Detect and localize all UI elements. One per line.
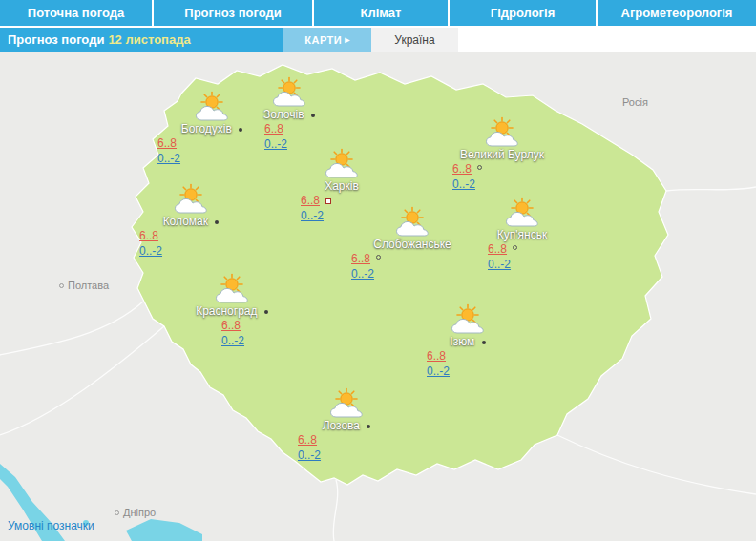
night-temp[interactable]: 0..-2 <box>301 209 324 222</box>
night-temp-row: 0..-2 <box>298 447 409 463</box>
night-temp[interactable]: 0..-2 <box>452 177 475 191</box>
station-name: Золочів <box>263 108 304 121</box>
oblast-border-line <box>557 435 756 494</box>
station-name-row: Харків <box>280 179 404 193</box>
map-area-label: Полтава <box>59 280 109 291</box>
day-temp[interactable]: 6..8 <box>158 136 177 150</box>
night-temp-row: 0..-2 <box>427 364 530 379</box>
nav-item-5[interactable]: Агрометеорологія <box>598 0 756 26</box>
night-temp[interactable]: 0..-2 <box>488 258 511 271</box>
cloud-icon <box>197 106 228 120</box>
partly-cloudy-icon <box>213 273 251 305</box>
weather-station[interactable]: Лозова 6..8 0..-2 <box>284 387 409 463</box>
map-area-label: Росія <box>622 96 648 108</box>
weather-station[interactable]: Куп'янськ 6..8 0..-2 <box>460 197 584 272</box>
subnav: Прогноз погоди 12 листопада КАРТИ ▸ Укра… <box>0 28 756 52</box>
forecast-date: 12 листопада <box>108 32 190 47</box>
night-temp-row: 0..-2 <box>139 243 253 259</box>
day-temp[interactable]: 6..8 <box>221 319 241 332</box>
day-temp-row: 6..8 <box>139 228 253 243</box>
town-marker-icon <box>59 283 64 288</box>
water-body <box>126 519 202 541</box>
weather-station[interactable]: Великий Бурлук 6..8 0..-2 <box>440 116 564 192</box>
forecast-title-bar: Прогноз погоди 12 листопада <box>0 28 284 52</box>
night-temp[interactable]: 0..-2 <box>158 152 180 165</box>
station-name-row: Великий Бурлук <box>440 148 564 161</box>
weather-station[interactable]: Ізюм 6..8 0..-2 <box>406 303 530 379</box>
day-temp[interactable]: 6..8 <box>301 194 320 207</box>
day-temp[interactable]: 6..8 <box>351 252 370 265</box>
station-name-row: Красноград <box>170 304 294 318</box>
station-name: Великий Бурлук <box>460 148 544 161</box>
day-temp-row: 6..8 <box>351 251 474 266</box>
day-temp[interactable]: 6..8 <box>452 162 472 176</box>
night-temp[interactable]: 0..-2 <box>221 334 244 347</box>
day-temp-row: 6..8 <box>221 318 294 333</box>
station-name: Слобожанське <box>373 238 452 251</box>
station-name: Коломак <box>163 215 208 228</box>
station-temps: 6..8 0..-2 <box>221 318 294 348</box>
station-name-row: Ізюм <box>406 335 530 348</box>
day-temp[interactable]: 6..8 <box>139 229 158 242</box>
station-name-row: Слобожанське <box>350 238 474 251</box>
station-name-row: Лозова <box>284 419 409 432</box>
night-temp-row: 0..-2 <box>488 257 584 272</box>
night-temp[interactable]: 0..-2 <box>298 448 321 462</box>
day-temp-row: 6..8 <box>298 432 409 447</box>
day-temp[interactable]: 6..8 <box>264 122 284 135</box>
station-name-row: Коломак <box>129 215 253 228</box>
chevron-right-icon: ▸ <box>345 34 350 45</box>
partly-cloudy-icon <box>193 91 231 123</box>
nav-item-2[interactable]: Прогноз погоди <box>154 0 312 26</box>
day-temp-row: 6..8 <box>427 348 530 364</box>
station-name-row: Куп'янськ <box>460 228 584 241</box>
day-temp-row: 6..8 <box>488 241 584 257</box>
cloud-icon <box>274 92 305 106</box>
partly-cloudy-icon <box>323 148 361 180</box>
day-temp[interactable]: 6..8 <box>298 433 317 447</box>
map-area-label-text: Полтава <box>68 280 109 291</box>
partly-cloudy-icon <box>327 387 366 420</box>
weather-station[interactable]: Золочів 6..8 0..-2 <box>227 76 351 152</box>
station-temps: 6..8 0..-2 <box>298 432 409 463</box>
oblast-border-line <box>0 326 164 435</box>
night-temp[interactable]: 0..-2 <box>427 364 450 378</box>
night-temp[interactable]: 0..-2 <box>351 267 374 281</box>
oblast-border-line <box>0 302 143 355</box>
partly-cloudy-icon <box>270 76 308 109</box>
forecast-title: Прогноз погоди <box>8 32 104 47</box>
nav-item-1[interactable]: Поточна погода <box>0 0 152 26</box>
map-area-label-text: Росія <box>622 96 648 108</box>
night-temp-row: 0..-2 <box>158 151 274 166</box>
partly-cloudy-icon <box>449 303 487 336</box>
station-temps: 6..8 0..-2 <box>488 241 584 272</box>
partly-cloudy-icon <box>503 197 541 229</box>
cloud-icon <box>487 132 518 146</box>
weather-station[interactable]: Красноград 6..8 0..-2 <box>170 273 294 348</box>
weather-station[interactable]: Слобожанське 6..8 0..-2 <box>350 206 474 281</box>
station-name: Куп'янськ <box>497 228 547 241</box>
legend-link[interactable]: Умовні позначки <box>8 519 94 532</box>
day-temp[interactable]: 6..8 <box>488 242 507 256</box>
tab-maps[interactable]: КАРТИ ▸ <box>284 28 371 52</box>
nav-item-3[interactable]: Клімат <box>314 0 448 26</box>
map-area-label: Дніпро <box>115 507 156 518</box>
town-dot-icon <box>264 310 268 314</box>
map-base-graphic <box>0 52 756 541</box>
nav-item-4[interactable]: Гідрологія <box>450 0 596 26</box>
weather-station[interactable]: Коломак 6..8 0..-2 <box>129 183 253 259</box>
station-name-row: Золочів <box>227 108 351 121</box>
day-temp-row: 6..8 <box>452 161 564 177</box>
night-temp-row: 0..-2 <box>452 177 564 192</box>
station-temps: 6..8 0..-2 <box>351 251 474 281</box>
station-temps: 6..8 0..-2 <box>139 228 253 259</box>
day-temp-row: 6..8 <box>264 121 351 136</box>
station-name: Ізюм <box>450 335 474 348</box>
tab-ukraine[interactable]: Україна <box>371 28 458 52</box>
night-temp-row: 0..-2 <box>351 266 474 281</box>
weather-map[interactable]: РосіяПолтаваДніпро Богодухів 6..8 <box>0 52 756 541</box>
day-temp[interactable]: 6..8 <box>427 349 446 363</box>
station-name: Богодухів <box>181 122 232 135</box>
night-temp-row: 0..-2 <box>221 333 294 348</box>
night-temp[interactable]: 0..-2 <box>139 244 162 258</box>
